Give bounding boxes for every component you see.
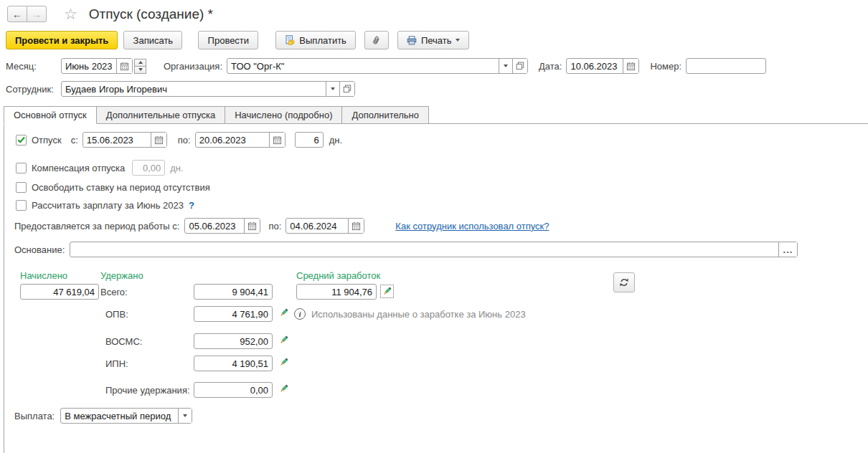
organization-open-button[interactable] — [512, 59, 527, 73]
compensation-label: Компенсация отпуска — [32, 163, 125, 173]
calc-salary-row: Рассчитать зарплату за Июнь 2023 ? — [16, 200, 194, 211]
post-button[interactable]: Провести — [198, 31, 258, 49]
employee-dropdown-button[interactable] — [326, 82, 339, 96]
vacation-days-unit: дн. — [329, 135, 342, 146]
print-button[interactable]: Печать — [397, 31, 470, 49]
basis-input[interactable] — [70, 242, 778, 257]
employee-input[interactable] — [62, 82, 326, 96]
month-spin-down-button[interactable] — [134, 66, 146, 74]
vacation-to-input[interactable] — [196, 133, 269, 147]
calendar-icon — [352, 221, 361, 231]
payment-dropdown-button[interactable] — [178, 409, 192, 423]
tab-accrued-detail[interactable]: Начислено (подробно) — [225, 106, 342, 124]
compensation-days-input — [132, 160, 165, 176]
payment-row: Выплата: В межрасчетный период — [14, 408, 192, 424]
compensation-unit: дн. — [170, 163, 183, 173]
basis-row: Основание: ... — [14, 242, 798, 257]
vacation-from-calendar-button[interactable] — [151, 133, 166, 147]
date-field-group — [566, 58, 639, 74]
date-input[interactable] — [567, 59, 623, 73]
work-period-row: Предоставляется за период работы с: по: … — [14, 218, 549, 234]
calc-salary-checkbox[interactable] — [16, 200, 27, 211]
save-button[interactable]: Записать — [123, 31, 182, 49]
page-title: Отпуск (создание) * — [89, 6, 213, 22]
work-period-to-label: по: — [268, 221, 281, 232]
compensation-row: Компенсация отпуска дн. — [16, 160, 184, 176]
vacation-document-window: ← → ☆ Отпуск (создание) * Провести и зак… — [0, 0, 868, 453]
pay-label: Выплатить — [299, 35, 346, 46]
post-label: Провести — [208, 35, 250, 46]
post-and-close-label: Провести и закрыть — [15, 35, 108, 46]
back-button[interactable]: ← — [7, 6, 27, 22]
month-calendar-button[interactable] — [116, 59, 132, 73]
work-period-to-input[interactable] — [286, 219, 348, 233]
payment-select-group: В межрасчетный период — [60, 408, 192, 424]
organization-dropdown-button[interactable] — [499, 59, 512, 73]
employee-open-button[interactable] — [339, 82, 354, 96]
open-form-icon — [516, 62, 524, 70]
work-period-to-group — [286, 218, 364, 234]
pay-button[interactable]: Выплатить — [275, 31, 356, 49]
forward-button[interactable]: → — [27, 6, 47, 22]
check-icon — [16, 135, 26, 145]
basis-more-button[interactable]: ... — [778, 242, 797, 257]
forward-arrow-icon: → — [32, 9, 42, 20]
vacation-from-group — [82, 132, 167, 148]
date-label: Дата: — [539, 61, 562, 72]
basis-field-group: ... — [70, 242, 798, 257]
document-header-fields: Месяц: Организация: Дата: Номер: — [6, 58, 766, 74]
work-period-to-calendar-button[interactable] — [348, 219, 364, 233]
vacation-from-input[interactable] — [83, 133, 151, 147]
favorite-star-icon[interactable]: ☆ — [64, 6, 77, 22]
basis-label: Основание: — [14, 244, 70, 255]
vacation-usage-link[interactable]: Как сотрудник использовал отпуск? — [395, 221, 549, 232]
print-label: Печать — [421, 35, 452, 46]
employee-field-group — [61, 81, 355, 97]
vacation-days-input[interactable] — [295, 132, 324, 148]
vacation-to-calendar-button[interactable] — [269, 133, 285, 147]
help-icon[interactable]: ? — [189, 200, 194, 211]
release-rate-label: Освободить ставку на период отсутствия — [32, 182, 210, 193]
nav-buttons: ← → — [7, 6, 47, 22]
calendar-icon — [626, 62, 636, 71]
save-label: Записать — [133, 35, 174, 46]
calc-salary-label: Рассчитать зарплату за Июнь 2023 — [32, 200, 184, 211]
back-arrow-icon: ← — [12, 9, 22, 20]
attach-button[interactable] — [364, 31, 389, 49]
vacation-to-group — [195, 132, 286, 148]
tab-additional-vacations[interactable]: Дополнительные отпуска — [96, 106, 226, 124]
number-input[interactable] — [686, 58, 766, 74]
date-calendar-button[interactable] — [623, 59, 638, 73]
vacation-to-label: по: — [178, 135, 191, 146]
month-input[interactable] — [62, 59, 116, 73]
post-and-close-button[interactable]: Провести и закрыть — [6, 31, 118, 49]
payment-select[interactable]: В межрасчетный период — [61, 409, 178, 423]
work-period-from-input[interactable] — [185, 219, 244, 233]
organization-input[interactable] — [227, 59, 499, 73]
chevron-down-icon — [504, 65, 508, 67]
header: ← → ☆ Отпуск (создание) * — [7, 6, 213, 22]
calendar-icon — [273, 135, 282, 145]
work-period-from-calendar-button[interactable] — [244, 219, 260, 233]
month-spinner — [134, 59, 146, 74]
month-field-group — [61, 58, 133, 74]
chevron-up-icon — [138, 61, 143, 64]
compensation-checkbox[interactable] — [16, 163, 27, 173]
tab-label: Основной отпуск — [14, 110, 87, 120]
chevron-down-icon — [331, 87, 335, 90]
vacation-label: Отпуск — [32, 135, 62, 146]
release-rate-row: Освободить ставку на период отсутствия — [16, 182, 210, 193]
vacation-checkbox[interactable] — [16, 135, 27, 146]
vacation-from-label: с: — [71, 135, 78, 146]
tab-additional[interactable]: Дополнительно — [341, 106, 429, 124]
tab-label: Дополнительно — [352, 110, 419, 120]
pay-document-icon — [285, 35, 295, 45]
tab-main-vacation[interactable]: Основной отпуск — [4, 106, 97, 124]
toolbar: Провести и закрыть Записать Провести Вып… — [6, 31, 469, 49]
paperclip-icon — [371, 35, 382, 46]
open-form-icon — [343, 85, 352, 93]
chevron-down-icon — [456, 39, 460, 42]
release-rate-checkbox[interactable] — [16, 182, 27, 193]
calendar-icon — [247, 221, 257, 231]
vacation-row: Отпуск с: по: дн. — [16, 132, 342, 148]
